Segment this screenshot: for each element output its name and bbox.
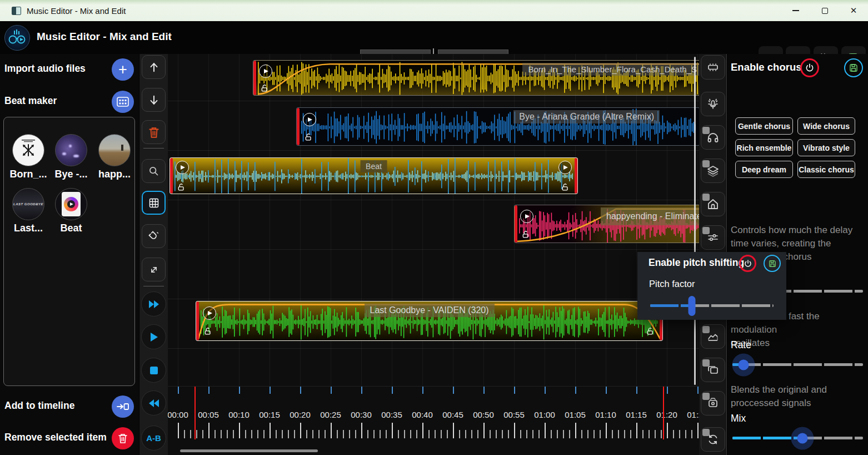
pitch-factor-slider[interactable] [650, 304, 774, 307]
ruler-major-tick [239, 423, 240, 438]
playhead-marker-a[interactable] [194, 387, 196, 439]
ruler-minor-tick [679, 430, 680, 438]
ruler-minor-tick [202, 430, 203, 438]
timeline-clip-happyending[interactable]: happyending - Eliminate [514, 205, 699, 243]
preset-rich-ensemble[interactable]: Rich ensemble [735, 139, 793, 156]
ab-loop-label: A-B [146, 433, 161, 443]
search-button[interactable] [142, 159, 166, 183]
ruler-minor-tick [502, 430, 503, 438]
ruler-minor-tick [508, 430, 509, 438]
unlock-icon[interactable] [260, 83, 269, 93]
vertical-scrollbar[interactable] [694, 57, 696, 385]
ruler-beat-tick [514, 387, 515, 394]
clip-trim-handle-left[interactable] [196, 301, 199, 340]
playhead-marker-b[interactable] [663, 387, 664, 439]
preset-deep-dream[interactable]: Deep dream [735, 161, 793, 178]
clip-trim-handle-left[interactable] [297, 108, 300, 145]
timeline-clip-born[interactable]: Born_In_The_Slumber_Flora_Cash_Death_S [253, 60, 699, 96]
clip-play-button[interactable] [303, 113, 316, 126]
file-item-beat[interactable]: Beat [51, 188, 91, 234]
clip-play-button[interactable] [259, 65, 272, 78]
clip-trim-handle-left[interactable] [170, 158, 173, 194]
ruler-minor-tick [618, 430, 619, 438]
file-item-last[interactable]: LAST GOODBYE Last... [8, 188, 48, 234]
unlock-icon[interactable] [177, 182, 186, 192]
beat-maker-button[interactable] [112, 91, 134, 113]
home-effect-button[interactable] [701, 192, 725, 216]
timeline-clip-beat[interactable]: Beat [169, 157, 578, 194]
ruler-minor-tick [526, 430, 527, 438]
effect-badge [702, 393, 710, 400]
timeline-clip-bye[interactable]: Bye - Ariana Grande (Altre Remix) [296, 107, 699, 146]
chorus-power-button[interactable] [800, 58, 819, 77]
ruler-time-label: 00:45 [442, 410, 463, 419]
preset-wide-chorus[interactable]: Wide chorus [797, 117, 855, 135]
ruler-minor-tick [471, 430, 472, 438]
trim-tool-button[interactable] [701, 55, 725, 80]
add-to-timeline-button[interactable] [112, 395, 134, 418]
clip-trim-handle-right[interactable] [575, 158, 577, 194]
ruler-minor-tick [221, 430, 222, 438]
duplicate-effect-button[interactable] [701, 358, 725, 382]
clip-play-button[interactable] [176, 161, 189, 174]
reverse-effect-button[interactable] [701, 391, 725, 416]
chorus-save-button[interactable] [844, 58, 863, 77]
unlock-icon[interactable] [561, 182, 570, 192]
close-button[interactable]: ✕ [839, 0, 868, 21]
pitch-save-button[interactable] [764, 255, 781, 272]
sync-effect-button[interactable] [701, 427, 725, 452]
delete-clip-button[interactable] [142, 120, 166, 144]
preset-vibrato-style[interactable]: Vibrato style [797, 139, 855, 156]
timeline[interactable]: Born_In_The_Slumber_Flora_Cash_Death_S B… [168, 54, 699, 455]
unlock-icon[interactable] [521, 230, 530, 239]
rate-slider[interactable] [732, 363, 863, 366]
mix-slider-thumb[interactable] [797, 433, 808, 443]
ruler-minor-tick [416, 430, 417, 438]
unlock-icon[interactable] [304, 132, 313, 142]
fast-forward-button[interactable] [141, 291, 166, 316]
file-item-bye[interactable]: Bye -... [51, 134, 91, 180]
stop-button[interactable] [141, 358, 166, 383]
grid-snap-button[interactable] [142, 191, 166, 215]
timeline-clip-lastgoodbye[interactable]: Last Goodbye - VAIDEN (320) [196, 301, 663, 341]
wave-chart-effect-button[interactable] [701, 324, 725, 349]
move-up-button[interactable] [142, 55, 166, 79]
remove-selected-button[interactable] [112, 427, 134, 449]
import-audio-button[interactable]: + [112, 58, 134, 81]
minimize-button[interactable] [781, 0, 810, 21]
rate-slider-thumb[interactable] [739, 359, 749, 370]
play-button[interactable] [141, 324, 166, 349]
magnet-snap-button[interactable] [142, 224, 166, 248]
clip-trim-handle-left[interactable] [253, 61, 256, 95]
pitch-slider-thumb[interactable] [689, 296, 696, 316]
effect-badge [702, 359, 710, 367]
file-item-born[interactable]: Born_... [8, 134, 48, 180]
ruler-minor-tick [538, 430, 540, 438]
clip-play-button[interactable] [520, 210, 533, 223]
unlock-icon[interactable] [646, 327, 655, 336]
ab-loop-button[interactable]: A-B [141, 426, 166, 451]
ruler-beat-tick [667, 387, 668, 394]
clip-play-button[interactable] [558, 161, 572, 174]
pitch-power-button[interactable] [739, 255, 756, 272]
file-item-happ[interactable]: happ... [94, 134, 134, 180]
unlock-icon[interactable] [203, 327, 212, 336]
headphones-effect-button[interactable] [701, 125, 725, 150]
ruler-beat-tick [239, 387, 240, 394]
preset-classic-chorus[interactable]: Classic chorus [797, 161, 855, 178]
clip-trim-handle-left[interactable] [515, 205, 517, 243]
rewind-button[interactable] [141, 390, 166, 416]
ruler-time-label: 00:35 [381, 410, 402, 419]
horizontal-scrollbar[interactable] [180, 449, 318, 452]
mix-slider[interactable] [732, 437, 863, 439]
ai-voice-button[interactable] [701, 92, 725, 116]
preset-gentle-chorus[interactable]: Gentle chorus [735, 117, 793, 135]
file-label: Born_... [8, 169, 48, 180]
ruler-minor-tick [600, 430, 601, 438]
layers-effect-button[interactable] [701, 159, 725, 183]
maximize-button[interactable] [810, 0, 839, 21]
sliders-effect-button[interactable] [701, 225, 725, 250]
expand-zoom-button[interactable] [142, 258, 166, 281]
move-down-button[interactable] [142, 88, 166, 112]
clip-play-button[interactable] [203, 306, 216, 320]
